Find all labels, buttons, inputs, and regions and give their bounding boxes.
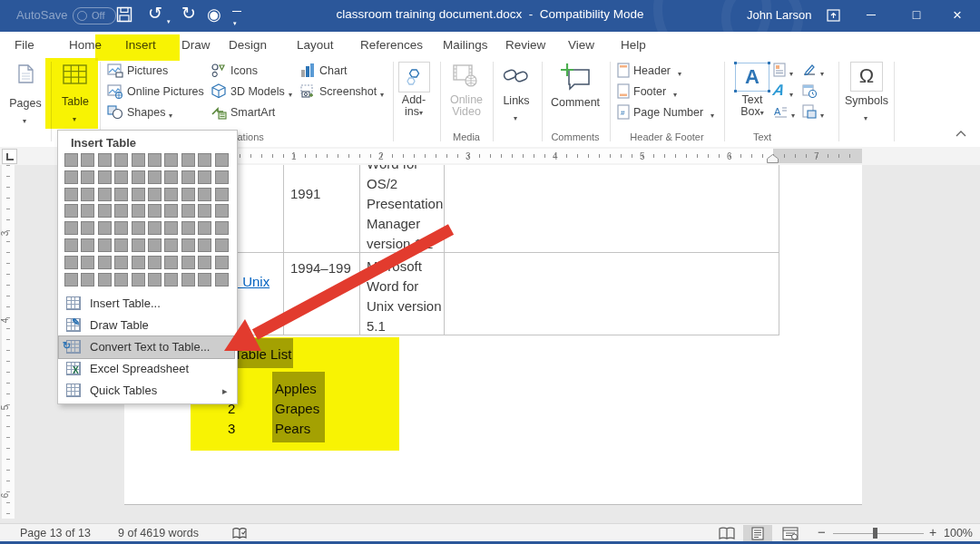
page-number-button[interactable]: # Page Number xyxy=(617,104,724,122)
tab-references[interactable]: References xyxy=(360,38,423,52)
drop-cap-button[interactable]: A xyxy=(773,104,799,122)
grid-cell[interactable] xyxy=(114,273,128,287)
grid-cell[interactable] xyxy=(164,273,178,287)
collapse-ribbon-icon[interactable] xyxy=(956,130,966,137)
grid-cell[interactable] xyxy=(215,256,229,269)
zoom-out-button[interactable]: − xyxy=(818,524,826,539)
grid-cell[interactable] xyxy=(81,273,94,287)
icons-button[interactable]: Icons xyxy=(211,63,297,81)
online-pictures-button[interactable]: Online Pictures xyxy=(107,83,205,102)
screenshot-button[interactable]: Screenshot xyxy=(299,83,386,102)
word-count[interactable]: 9 of 4619 words xyxy=(118,527,199,539)
zoom-in-button[interactable]: + xyxy=(929,525,936,539)
grid-cell[interactable] xyxy=(148,153,162,167)
grid-cell[interactable] xyxy=(64,170,78,184)
grid-cell[interactable] xyxy=(114,188,128,201)
grid-cell[interactable] xyxy=(98,256,112,269)
proofing-icon[interactable] xyxy=(232,528,247,539)
grid-cell[interactable] xyxy=(198,221,211,235)
tab-draw[interactable]: Draw xyxy=(181,38,211,52)
grid-cell[interactable] xyxy=(164,170,178,184)
zoom-level[interactable]: 100% xyxy=(944,527,973,539)
grid-cell[interactable] xyxy=(132,204,145,218)
tab-selector[interactable] xyxy=(2,149,17,164)
shapes-button[interactable]: Shapes xyxy=(107,104,205,122)
menu-item-insert-table[interactable]: Insert Table... xyxy=(59,293,234,315)
zoom-slider-track[interactable] xyxy=(833,533,924,534)
web-layout-button[interactable] xyxy=(779,525,802,541)
grid-cell[interactable] xyxy=(114,153,128,167)
pictures-button[interactable]: Pictures xyxy=(107,63,205,81)
right-indent-marker[interactable] xyxy=(767,154,779,163)
smartart-button[interactable]: SmartArt xyxy=(211,104,297,122)
grid-cell[interactable] xyxy=(198,170,211,184)
grid-cell[interactable] xyxy=(164,188,178,201)
tab-file[interactable]: File xyxy=(15,38,34,52)
grid-cell[interactable] xyxy=(215,221,229,235)
quick-parts-button[interactable] xyxy=(773,63,799,81)
grid-cell[interactable] xyxy=(181,273,195,287)
grid-cell[interactable] xyxy=(132,238,145,252)
grid-cell[interactable] xyxy=(114,238,128,252)
header-button[interactable]: Header xyxy=(617,63,708,81)
grid-cell[interactable] xyxy=(132,221,145,235)
grid-cell[interactable] xyxy=(164,153,178,167)
grid-cell[interactable] xyxy=(181,170,195,184)
menu-item-quick-tables[interactable]: Quick Tables xyxy=(59,380,234,402)
user-name[interactable]: John Larson xyxy=(747,8,812,22)
grid-cell[interactable] xyxy=(132,153,145,167)
grid-cell[interactable] xyxy=(181,153,195,167)
grid-cell[interactable] xyxy=(164,221,178,235)
grid-cell[interactable] xyxy=(164,238,178,252)
grid-cell[interactable] xyxy=(198,204,211,218)
grid-cell[interactable] xyxy=(98,170,112,184)
grid-cell[interactable] xyxy=(132,170,145,184)
doc-hyperlink[interactable]: ) Unix xyxy=(234,272,270,292)
grid-cell[interactable] xyxy=(98,188,112,201)
grid-cell[interactable] xyxy=(98,153,112,167)
grid-cell[interactable] xyxy=(148,273,162,287)
grid-cell[interactable] xyxy=(114,170,128,184)
maximize-button[interactable]: □ xyxy=(903,0,930,32)
tab-review[interactable]: Review xyxy=(505,38,545,52)
chart-button[interactable]: Chart xyxy=(299,63,386,81)
grid-cell[interactable] xyxy=(164,256,178,269)
grid-cell[interactable] xyxy=(64,238,78,252)
grid-cell[interactable] xyxy=(64,273,78,287)
grid-cell[interactable] xyxy=(64,188,78,201)
grid-cell[interactable] xyxy=(81,256,94,269)
grid-cell[interactable] xyxy=(198,153,211,167)
grid-cell[interactable] xyxy=(132,273,145,287)
signature-line-button[interactable] xyxy=(802,63,828,81)
grid-cell[interactable] xyxy=(132,188,145,201)
zoom-slider-thumb[interactable] xyxy=(873,528,877,539)
tab-mailings[interactable]: Mailings xyxy=(443,38,488,52)
grid-cell[interactable] xyxy=(81,238,94,252)
wordart-button[interactable]: A xyxy=(773,83,799,102)
grid-cell[interactable] xyxy=(198,273,211,287)
grid-cell[interactable] xyxy=(81,221,94,235)
grid-cell[interactable] xyxy=(181,221,195,235)
object-button[interactable] xyxy=(802,104,828,122)
grid-cell[interactable] xyxy=(114,204,128,218)
grid-cell[interactable] xyxy=(215,153,229,167)
grid-cell[interactable] xyxy=(181,204,195,218)
page-indicator[interactable]: Page 13 of 13 xyxy=(20,527,91,539)
grid-cell[interactable] xyxy=(215,204,229,218)
tab-help[interactable]: Help xyxy=(621,38,646,52)
grid-cell[interactable] xyxy=(198,238,211,252)
print-layout-button[interactable] xyxy=(743,525,772,541)
grid-cell[interactable] xyxy=(132,256,145,269)
grid-cell[interactable] xyxy=(81,204,94,218)
grid-cell[interactable] xyxy=(64,221,78,235)
ribbon-display-options-icon[interactable] xyxy=(819,0,847,32)
table-size-grid[interactable] xyxy=(64,153,229,287)
3d-models-button[interactable]: 3D Models xyxy=(211,83,297,102)
menu-item-excel-spreadsheet[interactable]: X Excel Spreadsheet xyxy=(59,358,234,380)
grid-cell[interactable] xyxy=(164,204,178,218)
grid-cell[interactable] xyxy=(64,204,78,218)
grid-cell[interactable] xyxy=(148,170,162,184)
tab-design[interactable]: Design xyxy=(229,38,267,52)
grid-cell[interactable] xyxy=(98,238,112,252)
close-button[interactable]: × xyxy=(944,0,971,32)
